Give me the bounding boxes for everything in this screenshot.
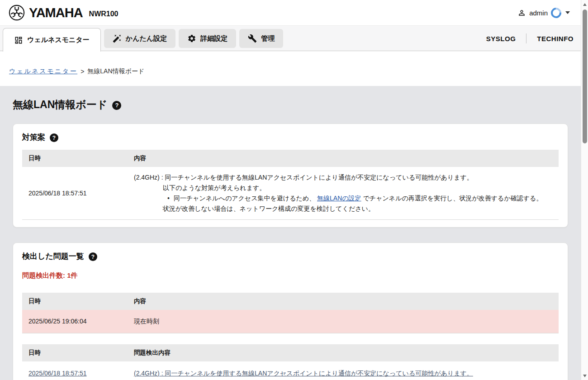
content-bullet-line: •同一チャンネルへのアクセス集中を避けるため、 無線LANの設定 でチャンネルの… bbox=[134, 193, 552, 204]
detected-issues-title: 検出した問題一覧 bbox=[22, 251, 84, 261]
countermeasures-card: 対策案 ? 日時 内容 2025/06/18 18:57:51 (2.4GHz)… bbox=[13, 124, 568, 228]
tab-label: ウェルネスモニター bbox=[27, 36, 90, 44]
main-tab-bar: ウェルネスモニター かんたん設定 詳細設定 管理 SYSLOG TECHINFO bbox=[0, 26, 588, 51]
account-menu[interactable]: admin bbox=[517, 8, 570, 18]
countermeasures-title: 対策案 bbox=[22, 132, 45, 142]
chevron-down-icon bbox=[565, 11, 570, 14]
detected-issues-card: 検出した問題一覧 ? 問題検出件数: 1件 日時 内容 2025/06/25 1… bbox=[13, 242, 568, 380]
page-title-row: 無線LAN情報ボード ? bbox=[0, 86, 581, 112]
column-header-issue-content: 問題検出内容 bbox=[128, 344, 559, 361]
wrench-icon bbox=[248, 34, 257, 43]
column-header-content: 内容 bbox=[128, 293, 559, 310]
tab-wellness-monitor[interactable]: ウェルネスモニター bbox=[3, 28, 101, 52]
top-header: YAMAHA NWR100 admin bbox=[0, 0, 588, 26]
brand-name: YAMAHA bbox=[29, 5, 83, 20]
username-label: admin bbox=[529, 9, 548, 17]
column-header-content: 内容 bbox=[128, 150, 559, 167]
brand-logo: YAMAHA bbox=[8, 4, 83, 21]
tab-label: かんたん設定 bbox=[126, 34, 167, 43]
loading-spinner-icon bbox=[549, 5, 563, 20]
main-content: 無線LAN情報ボード ? 対策案 ? 日時 内容 2025/06/18 18:5… bbox=[0, 86, 581, 380]
device-model: NWR100 bbox=[89, 10, 119, 18]
column-header-datetime: 日時 bbox=[22, 344, 128, 361]
content-line-4: 状況が改善しない場合は、ネットワーク構成の変更を検討してください。 bbox=[134, 204, 552, 214]
tab-advanced-settings[interactable]: 詳細設定 bbox=[179, 29, 236, 48]
utility-links: SYSLOG TECHINFO bbox=[486, 26, 574, 51]
bullet-icon: • bbox=[167, 195, 170, 202]
current-time-datetime: 2025/06/25 19:06:04 bbox=[22, 310, 128, 333]
tab-management[interactable]: 管理 bbox=[239, 29, 283, 48]
divider bbox=[526, 33, 526, 43]
scroll-up-icon[interactable] bbox=[583, 3, 587, 6]
table-row: 2025/06/18 18:57:51 (2.4GHz) : 同一チャンネルを使… bbox=[22, 167, 559, 220]
tab-label: 詳細設定 bbox=[200, 34, 228, 43]
current-time-content: 現在時刻 bbox=[128, 310, 559, 333]
issue-detail-link[interactable]: (2.4GHz) : 同一チャンネルを使用する無線LANアクセスポイントにより通… bbox=[134, 370, 473, 377]
breadcrumb-current: 無線LAN情報ボード bbox=[87, 67, 144, 76]
column-header-datetime: 日時 bbox=[22, 150, 128, 167]
wireless-lan-settings-link[interactable]: 無線LANの設定 bbox=[317, 195, 361, 202]
magic-wand-icon bbox=[113, 34, 122, 43]
content-line-2: 以下のような対策が考えられます。 bbox=[134, 183, 552, 193]
current-time-table: 日時 内容 2025/06/25 19:06:04 現在時刻 bbox=[22, 293, 559, 333]
page-help-icon[interactable]: ? bbox=[112, 101, 121, 110]
bullet-text-pre: 同一チャンネルへのアクセス集中を避けるため、 bbox=[174, 195, 317, 202]
syslog-link[interactable]: SYSLOG bbox=[486, 35, 516, 43]
scroll-down-icon[interactable] bbox=[583, 375, 587, 377]
person-icon bbox=[517, 9, 526, 17]
countermeasure-content: (2.4GHz) : 同一チャンネルを使用する無線LANアクセスポイントにより通… bbox=[128, 167, 559, 220]
countermeasures-help-icon[interactable]: ? bbox=[50, 133, 58, 142]
scrollbar-thumb[interactable] bbox=[583, 10, 587, 143]
breadcrumb: ウェルネスモニター > 無線LAN情報ボード bbox=[9, 67, 588, 76]
page-title: 無線LAN情報ボード bbox=[13, 98, 107, 112]
table-row: 2025/06/18 18:57:51 (2.4GHz) : 同一チャンネルを使… bbox=[22, 361, 559, 380]
dashboard-icon bbox=[14, 36, 23, 45]
issue-count-label: 問題検出件数: 1件 bbox=[22, 271, 559, 280]
detected-issues-help-icon[interactable]: ? bbox=[89, 252, 97, 261]
breadcrumb-section: ウェルネスモニター > 無線LAN情報ボード bbox=[0, 51, 588, 86]
tab-label: 管理 bbox=[261, 34, 275, 43]
content-line-1: (2.4GHz) : 同一チャンネルを使用する無線LANアクセスポイントにより通… bbox=[134, 172, 552, 183]
table-row: 2025/06/25 19:06:04 現在時刻 bbox=[22, 310, 559, 333]
breadcrumb-separator: > bbox=[81, 68, 84, 75]
yamaha-tuning-fork-icon bbox=[8, 4, 25, 21]
tab-easy-setup[interactable]: かんたん設定 bbox=[104, 29, 175, 48]
detected-issues-table: 日時 問題検出内容 2025/06/18 18:57:51 (2.4GHz) :… bbox=[22, 344, 559, 380]
scrollbar[interactable] bbox=[581, 0, 588, 380]
countermeasures-table: 日時 内容 2025/06/18 18:57:51 (2.4GHz) : 同一チ… bbox=[22, 150, 559, 220]
bullet-text-post: でチャンネルの再選択を実行し、状況が改善するか確認する。 bbox=[361, 195, 543, 202]
gear-icon bbox=[187, 34, 196, 43]
techinfo-link[interactable]: TECHINFO bbox=[537, 35, 574, 43]
column-header-datetime: 日時 bbox=[22, 293, 128, 310]
countermeasure-datetime: 2025/06/18 18:57:51 bbox=[22, 167, 128, 220]
breadcrumb-parent-link[interactable]: ウェルネスモニター bbox=[9, 67, 77, 76]
issue-datetime-link[interactable]: 2025/06/18 18:57:51 bbox=[28, 370, 86, 377]
